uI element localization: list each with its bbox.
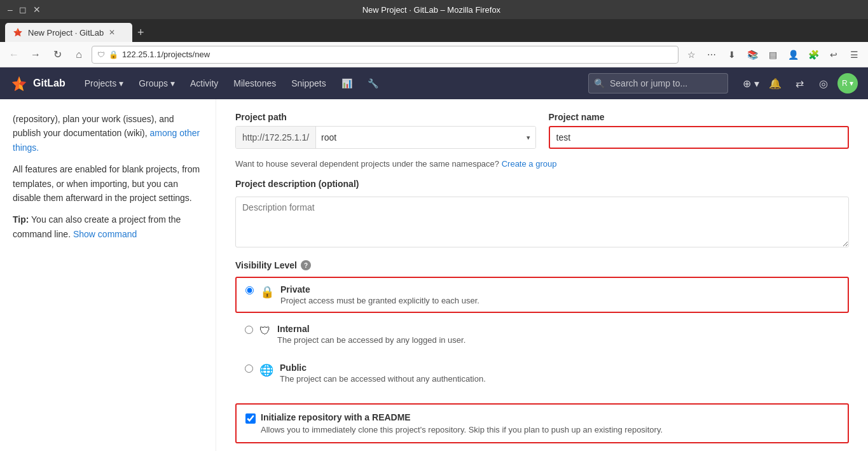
- plus-btn[interactable]: ⊕ ▾: [741, 73, 761, 94]
- globe-icon: 🌐: [259, 363, 273, 377]
- visibility-internal-option[interactable]: 🛡 Internal The project can be accessed b…: [235, 317, 849, 352]
- new-tab-btn[interactable]: +: [132, 23, 149, 42]
- issues-btn[interactable]: ◎: [813, 73, 834, 94]
- create-group-link[interactable]: Create a group: [502, 159, 557, 169]
- nav-projects[interactable]: Projects ▾: [78, 74, 130, 92]
- visibility-public-content: Public The project can be accessed witho…: [280, 363, 839, 384]
- nav-milestones[interactable]: Milestones: [227, 74, 282, 92]
- notifications-btn[interactable]: 🔔: [765, 73, 785, 94]
- maximize-btn[interactable]: ◻: [19, 4, 27, 15]
- window-controls[interactable]: – ◻ ✕: [8, 4, 41, 15]
- minimize-btn[interactable]: –: [8, 4, 13, 15]
- home-btn[interactable]: ⌂: [70, 46, 88, 64]
- lock-icon: 🔒: [260, 285, 274, 299]
- back-btn[interactable]: ←: [5, 46, 23, 64]
- path-input-row: http://172.25.1.1/ root ▾: [235, 126, 536, 149]
- search-box[interactable]: 🔍 Search or jump to...: [588, 73, 728, 94]
- namespace-select[interactable]: root: [316, 127, 535, 148]
- extensions-btn[interactable]: 🧩: [804, 46, 822, 64]
- sidebar-text-1: (repository), plan your work (issues), a…: [13, 112, 203, 155]
- main-form-area: Project path http://172.25.1.1/ root ▾ P…: [216, 99, 868, 451]
- reload-btn[interactable]: ↻: [48, 46, 66, 64]
- nav-snippets[interactable]: Snippets: [285, 74, 332, 92]
- visibility-section: Visibility Level ? 🔒 Private Project acc…: [235, 260, 849, 391]
- nav-activity[interactable]: Activity: [184, 74, 224, 92]
- close-btn[interactable]: ✕: [33, 4, 41, 15]
- address-bar[interactable]: 🛡 🔒 122.25.1.1/projects/new: [92, 46, 679, 64]
- project-name-group: Project name: [549, 112, 850, 149]
- description-group: Project description (optional): [235, 179, 849, 247]
- tab-title: New Project · GitLab: [28, 28, 104, 38]
- search-icon: 🔍: [594, 78, 605, 88]
- nav-wrench-icon[interactable]: 🔧: [361, 74, 385, 92]
- nav-groups[interactable]: Groups ▾: [132, 74, 181, 92]
- project-name-label: Project name: [549, 112, 850, 122]
- nav-chart-icon[interactable]: 📊: [335, 74, 359, 92]
- forward-btn[interactable]: →: [27, 46, 45, 64]
- gitlab-nav-icons: ⊕ ▾ 🔔 ⇄ ◎ R ▾: [741, 73, 858, 94]
- visibility-public-option[interactable]: 🌐 Public The project can be accessed wit…: [235, 356, 849, 391]
- gitlab-logo-icon: [10, 74, 28, 92]
- window-title: New Project · GitLab – Mozilla Firefox: [41, 5, 822, 15]
- visibility-internal-content: Internal The project can be accessed by …: [277, 324, 839, 345]
- namespace-select-wrapper[interactable]: root ▾: [316, 127, 535, 148]
- description-textarea[interactable]: [235, 197, 849, 247]
- create-group-hint-text: Want to house several dependent projects…: [235, 159, 499, 169]
- description-label: Project description (optional): [235, 179, 849, 189]
- visibility-label: Visibility Level ?: [235, 260, 849, 270]
- download-btn[interactable]: ⬇: [723, 46, 741, 64]
- project-path-group: Project path http://172.25.1.1/ root ▾: [235, 112, 536, 149]
- gitlab-nav-links: Projects ▾ Groups ▾ Activity Milestones …: [78, 74, 385, 92]
- visibility-private-option[interactable]: 🔒 Private Project access must be granted…: [235, 277, 849, 313]
- sidebar-link-other-things[interactable]: among other things.: [13, 128, 200, 152]
- visibility-private-content: Private Project access must be granted e…: [280, 284, 839, 305]
- sidebar-tip: Tip: You can also create a project from …: [13, 212, 203, 241]
- readme-row: Initialize repository with a README Allo…: [245, 412, 839, 434]
- readme-content: Initialize repository with a README Allo…: [261, 412, 839, 434]
- browser-tab-active[interactable]: New Project · GitLab ✕: [5, 23, 132, 42]
- visibility-internal-radio[interactable]: [245, 326, 253, 334]
- sidebar: (repository), plan your work (issues), a…: [0, 99, 216, 451]
- url-text: 122.25.1.1/projects/new: [122, 50, 673, 59]
- project-path-label: Project path: [235, 112, 536, 122]
- hamburger-btn[interactable]: ☰: [845, 46, 863, 64]
- visibility-public-radio[interactable]: [245, 364, 253, 373]
- gitlab-wordmark: GitLab: [33, 78, 65, 89]
- user-avatar[interactable]: R ▾: [837, 73, 858, 94]
- page-content: (repository), plan your work (issues), a…: [0, 99, 868, 451]
- gitlab-logo: GitLab: [10, 74, 65, 92]
- browser-tabbar: New Project · GitLab ✕ +: [0, 19, 868, 42]
- gitlab-navbar: GitLab Projects ▾ Groups ▾ Activity Mile…: [0, 67, 868, 99]
- nav-right-buttons: ☆ ⋯ ⬇ 📚 ▤ 👤 🧩 ↩ ☰: [682, 46, 863, 64]
- readme-section: Initialize repository with a README Allo…: [235, 403, 849, 443]
- project-name-input[interactable]: [549, 126, 850, 149]
- sidebar-text-2: All features are enabled for blank proje…: [13, 162, 203, 205]
- tab-close-btn[interactable]: ✕: [109, 28, 115, 37]
- shield-icon: 🛡: [97, 50, 105, 59]
- browser-titlebar: – ◻ ✕ New Project · GitLab – Mozilla Fir…: [0, 0, 868, 19]
- readme-title: Initialize repository with a README: [261, 412, 839, 422]
- visibility-internal-title: Internal: [277, 324, 839, 334]
- bookmark-btn[interactable]: ☆: [682, 46, 700, 64]
- visibility-private-radio[interactable]: [245, 286, 254, 295]
- profile-btn[interactable]: 👤: [784, 46, 802, 64]
- readme-checkbox[interactable]: [245, 413, 256, 424]
- merge-requests-btn[interactable]: ⇄: [789, 73, 809, 94]
- tip-label: Tip:: [13, 214, 29, 225]
- project-path-name-row: Project path http://172.25.1.1/ root ▾ P…: [235, 112, 849, 149]
- gitlab-favicon: [13, 27, 23, 38]
- path-prefix: http://172.25.1.1/: [236, 127, 316, 148]
- show-command-link[interactable]: Show command: [73, 229, 137, 239]
- create-group-hint: Want to house several dependent projects…: [235, 159, 849, 169]
- visibility-help-icon[interactable]: ?: [301, 260, 311, 270]
- visibility-private-desc: Project access must be granted explicitl…: [280, 296, 839, 305]
- menu-btn[interactable]: ⋯: [703, 46, 720, 64]
- readme-desc: Allows you to immediately clone this pro…: [261, 425, 839, 434]
- visibility-internal-desc: The project can be accessed by any logge…: [277, 335, 839, 345]
- sidebar-toggle-btn[interactable]: ▤: [764, 46, 782, 64]
- search-placeholder: Search or jump to...: [610, 78, 687, 88]
- history-back-btn[interactable]: ↩: [825, 46, 843, 64]
- library-btn[interactable]: 📚: [743, 46, 761, 64]
- visibility-private-title: Private: [280, 284, 839, 295]
- lock-icon: 🔒: [109, 50, 118, 59]
